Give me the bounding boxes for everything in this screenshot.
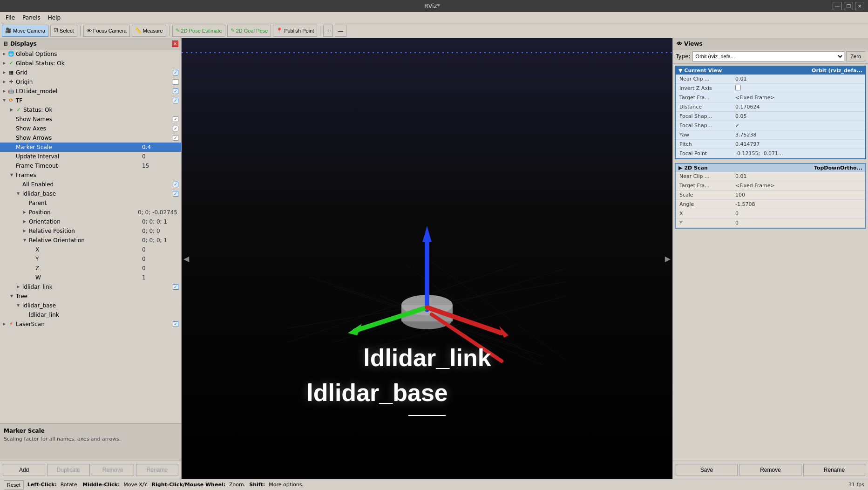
ldlidar-model-row[interactable]: ▶ 🤖 LDLidar_model	[0, 87, 181, 96]
goal-pose-button[interactable]: ✎ 2D Goal Pose	[227, 25, 271, 37]
pose-estimate-button[interactable]: ✎ 2D Pose Estimate	[172, 25, 225, 37]
origin-check[interactable]	[172, 79, 179, 85]
relative-position-row[interactable]: ▶ Relative Position 0; 0; 0	[0, 226, 181, 236]
rename-button[interactable]: Rename	[136, 464, 178, 476]
2d-scale-value[interactable]: 100	[735, 192, 865, 198]
2d-y-value[interactable]: 0	[735, 220, 865, 226]
distance-value[interactable]: 0.170624	[735, 104, 865, 110]
menu-file[interactable]: File	[2, 14, 19, 22]
y-row[interactable]: Y 0	[0, 254, 181, 264]
publish-point-button[interactable]: 📍 Publish Point	[273, 25, 317, 37]
tree-ldlidar-base-row[interactable]: ▼ ldlidar_base	[0, 301, 181, 310]
orientation-row[interactable]: ▶ Orientation 0; 0; 0; 1	[0, 217, 181, 226]
tf-status-toggle[interactable]: ▶	[8, 108, 15, 112]
global-status-toggle[interactable]: ▶	[1, 61, 7, 65]
relative-orientation-row[interactable]: ▼ Relative Orientation 0; 0; 0; 1	[0, 236, 181, 245]
displays-close-button[interactable]: ✕	[172, 41, 178, 47]
global-options-row[interactable]: ▶ 🌐 Global Options	[0, 49, 181, 59]
frames-toggle[interactable]: ▼	[8, 173, 15, 177]
ldlidar-base-frame-row[interactable]: ▼ ldlidar_base	[0, 189, 181, 198]
2d-scan-header[interactable]: ▶ 2D Scan TopDownOrtho...	[676, 164, 865, 172]
ldlidar-base-toggle[interactable]: ▼	[15, 191, 21, 196]
origin-row[interactable]: ▶ ✛ Origin	[0, 77, 181, 87]
yaw-value[interactable]: 3.75238	[735, 132, 865, 138]
frame-timeout-row[interactable]: Frame Timeout 15	[0, 161, 181, 170]
position-row[interactable]: ▶ Position 0; 0; -0.02745	[0, 208, 181, 217]
remove-display-button[interactable]: —	[335, 25, 346, 37]
current-view-header[interactable]: ▼ Current View Orbit (rviz_defa...	[676, 67, 865, 75]
tree-ldlidar-link-row[interactable]: ldlidar_link	[0, 310, 181, 320]
ldlidar-model-check[interactable]	[172, 88, 179, 94]
viewport-arrow-right[interactable]: ▶	[665, 254, 671, 263]
show-arrows-check[interactable]	[172, 135, 179, 141]
tf-row[interactable]: ▼ ⟳ TF	[0, 96, 181, 105]
tf-check[interactable]	[172, 98, 179, 103]
ldlidar-link-row[interactable]: ▶ ldlidar_link	[0, 282, 181, 292]
move-camera-button[interactable]: 🎥 Move Camera	[2, 25, 48, 37]
ldlidar-base-check[interactable]	[172, 191, 179, 197]
minimize-button[interactable]: —	[833, 2, 842, 10]
origin-toggle[interactable]: ▶	[1, 80, 7, 84]
view-type-select[interactable]: Orbit (rviz_defa... TopDownOrtho... FPS …	[692, 51, 845, 61]
tree-row[interactable]: ▼ Tree	[0, 292, 181, 301]
2d-angle-value[interactable]: -1.5708	[735, 201, 865, 207]
frames-row[interactable]: ▼ Frames	[0, 170, 181, 180]
focal-point-value[interactable]: -0.12155; -0.071...	[735, 150, 865, 157]
near-clip-value[interactable]: 0.01	[735, 76, 865, 82]
maximize-button[interactable]: ❐	[844, 2, 853, 10]
global-status-row[interactable]: ▶ ✓ Global Status: Ok	[0, 59, 181, 68]
focal-shape1-value[interactable]: 0.05	[735, 113, 865, 119]
w-row[interactable]: W 1	[0, 273, 181, 282]
add-button[interactable]: Add	[3, 464, 45, 476]
measure-button[interactable]: 📏 Measure	[132, 25, 166, 37]
tree-ldlidar-base-toggle[interactable]: ▼	[15, 303, 21, 307]
grid-row[interactable]: ▶ ▦ Grid	[0, 68, 181, 77]
laser-scan-check[interactable]	[172, 321, 179, 327]
views-save-button[interactable]: Save	[676, 464, 738, 476]
show-arrows-row[interactable]: Show Arrows	[0, 133, 181, 143]
show-axes-check[interactable]	[172, 126, 179, 131]
relative-orient-toggle[interactable]: ▼	[21, 238, 28, 242]
laser-scan-toggle[interactable]: ▶	[1, 322, 7, 326]
tree-toggle[interactable]: ▼	[8, 294, 15, 298]
marker-scale-row[interactable]: Marker Scale 0.4	[0, 143, 181, 152]
show-names-check[interactable]	[172, 116, 179, 122]
ldlidar-link-toggle[interactable]: ▶	[15, 285, 21, 289]
laser-scan-row[interactable]: ▶ ⚡ LaserScan	[0, 320, 181, 329]
zero-button[interactable]: Zero	[846, 51, 865, 61]
2d-x-value[interactable]: 0	[735, 211, 865, 217]
show-names-row[interactable]: Show Names	[0, 115, 181, 124]
tf-status-row[interactable]: ▶ ✓ Status: Ok	[0, 105, 181, 115]
grid-toggle[interactable]: ▶	[1, 70, 7, 75]
2d-target-frame-value[interactable]: <Fixed Frame>	[735, 183, 865, 189]
close-button[interactable]: ✕	[855, 2, 864, 10]
invert-z-check[interactable]	[735, 85, 743, 92]
show-axes-row[interactable]: Show Axes	[0, 124, 181, 133]
z-row[interactable]: Z 0	[0, 264, 181, 273]
menu-help[interactable]: Help	[44, 14, 64, 22]
parent-row[interactable]: Parent	[0, 198, 181, 208]
views-rename-button[interactable]: Rename	[803, 464, 865, 476]
window-controls[interactable]: — ❐ ✕	[833, 2, 864, 10]
update-interval-row[interactable]: Update Interval 0	[0, 152, 181, 161]
ldlidar-model-toggle[interactable]: ▶	[1, 89, 7, 93]
viewport[interactable]: ldlidar_link ldlidar_base ◀ ▶	[182, 38, 672, 479]
viewport-arrow-left[interactable]: ◀	[183, 254, 189, 263]
target-frame-value[interactable]: <Fixed Frame>	[735, 95, 865, 101]
all-enabled-check[interactable]	[172, 182, 179, 187]
focus-camera-button[interactable]: 👁 Focus Camera	[83, 25, 130, 37]
position-toggle[interactable]: ▶	[21, 210, 28, 214]
ldlidar-link-check[interactable]	[172, 284, 179, 290]
menu-panels[interactable]: Panels	[19, 14, 44, 22]
global-options-toggle[interactable]: ▶	[1, 52, 7, 56]
focal-shape2-value[interactable]: ✓	[735, 122, 865, 129]
views-remove-button[interactable]: Remove	[739, 464, 801, 476]
all-enabled-row[interactable]: All Enabled	[0, 180, 181, 189]
2d-near-clip-value[interactable]: 0.01	[735, 173, 865, 179]
pitch-value[interactable]: 0.414797	[735, 141, 865, 147]
remove-button[interactable]: Remove	[92, 464, 134, 476]
tf-toggle[interactable]: ▼	[1, 98, 7, 102]
grid-check[interactable]	[172, 70, 179, 75]
x-row[interactable]: X 0	[0, 245, 181, 254]
reset-button[interactable]: Reset	[4, 480, 24, 490]
